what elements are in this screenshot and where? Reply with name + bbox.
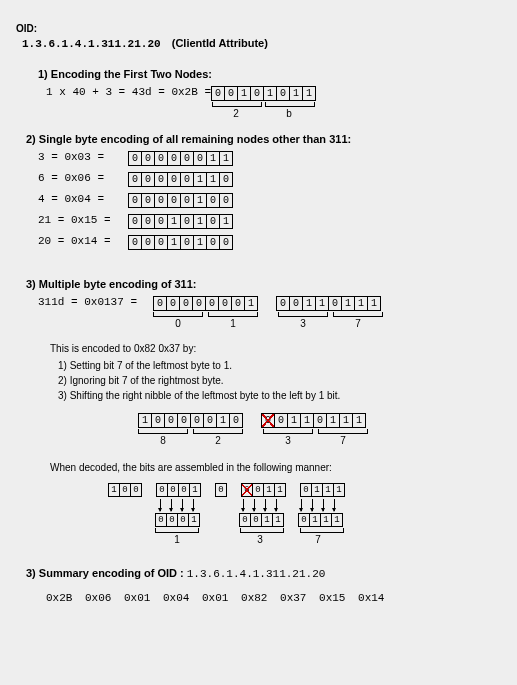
s3-decode-text: When decoded, the bits are assembled in … [50, 462, 509, 473]
section4-title: 3) Summary encoding of OID : 1.3.6.1.4.1… [26, 567, 509, 580]
s3-byte2: 00110111 [276, 296, 381, 311]
s1-nibble-r: b [264, 108, 314, 119]
s1-bits: 00101011 [211, 86, 316, 101]
s3-byte1: 00000001 [153, 296, 258, 311]
s1-bits-wrap: 00101011 2 b [211, 86, 316, 119]
s1-nibble-l: 2 [211, 108, 261, 119]
s3-explain: This is encoded to 0x82 0x37 by: [50, 343, 509, 354]
s3-enc1: 10000010 [138, 413, 243, 428]
s1-expr: 1 x 40 + 3 = 43d = 0x2B = [8, 86, 211, 98]
s3-steps: 1) Setting bit 7 of the leftmost byte to… [58, 358, 509, 403]
s3-encoded-wrap: 10000010 00110111 8 2 3 7 [138, 413, 509, 446]
section1-title: 1) Encoding the First Two Nodes: [38, 68, 509, 80]
s3-expr: 311d = 0x0137 = [8, 296, 153, 308]
s2-rows: 3 = 0x03 =000000116 = 0x06 =000001104 = … [8, 151, 509, 250]
s3-decode-diagram: 100 0001 0 0011 0111 0001 0011 0111 1 3 … [108, 483, 509, 545]
oid-value: 1.3.6.1.4.1.311.21.20 [22, 38, 161, 50]
oid-header: 1.3.6.1.4.1.311.21.20 (ClientId Attribut… [22, 37, 509, 50]
summary-bytes: 0x2B 0x06 0x01 0x04 0x01 0x82 0x37 0x15 … [46, 592, 509, 604]
section2-title: 2) Single byte encoding of all remaining… [26, 133, 509, 145]
oid-note: (ClientId Attribute) [172, 37, 268, 49]
section3-title: 3) Multiple byte encoding of 311: [26, 278, 509, 290]
page-title: OID: [16, 23, 509, 34]
s3-bytes-wrap: 00000001 00110111 0 1 3 7 [153, 296, 383, 329]
s3-enc2: 00110111 [261, 413, 366, 428]
